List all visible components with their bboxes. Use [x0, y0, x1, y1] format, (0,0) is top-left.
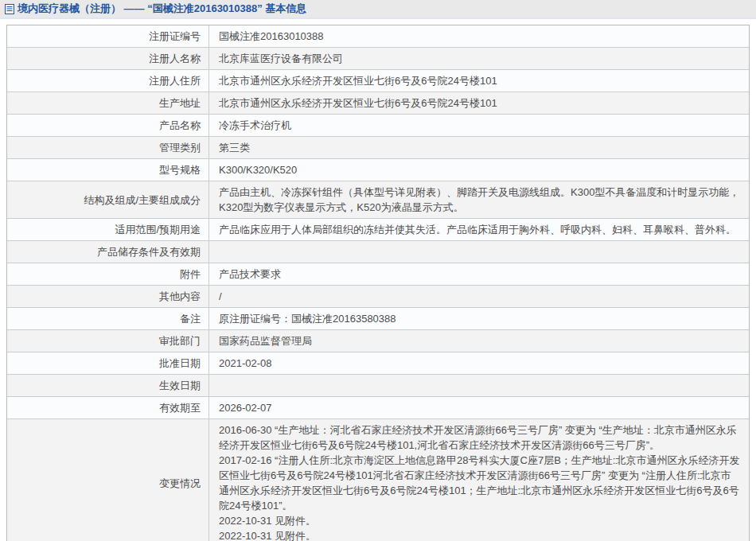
table-row: 注册人名称北京库蓝医疗设备有限公司 [7, 47, 749, 69]
table-row: 生效日期 [7, 374, 749, 396]
row-label: 产品储存条件及有效期 [7, 241, 208, 263]
row-value: 第三类 [208, 137, 749, 158]
row-label-text: 批准日期 [159, 356, 201, 371]
row-label-text: 有效期至 [159, 400, 201, 415]
row-value-text: 国家药品监督管理局 [219, 333, 312, 348]
table-row: 注册人住所北京市通州区永乐经济开发区恒业七街6号及6号院24号楼101 [7, 69, 749, 91]
row-label: 附件 [7, 263, 208, 285]
value-line: 2022-10-31 见附件。 [219, 528, 741, 541]
row-value: 国家药品监督管理局 [208, 330, 749, 352]
table-row: 变更情况2016-06-30 “生产地址：河北省石家庄经济技术开发区清源街66号… [7, 418, 749, 541]
row-label: 产品名称 [7, 115, 208, 136]
table-row: 批准日期2021-02-08 [7, 352, 749, 374]
row-label: 型号规格 [7, 159, 208, 181]
row-value: 2016-06-30 “生产地址：河北省石家庄经济技术开发区清源街66号三号厂房… [208, 419, 749, 541]
row-value: 冷冻手术治疗机 [208, 115, 749, 136]
row-value: 北京市通州区永乐经济开发区恒业七街6号及6号院24号楼101 [208, 70, 749, 91]
table-row: 生产地址北京市通州区永乐经济开发区恒业七街6号及6号院24号楼101 [7, 91, 749, 114]
page-header: 境内医疗器械（注册） —— “国械注准20163010388” 基本信息 [0, 0, 756, 19]
table-row: 适用范围/预期用途产品临床应用于人体局部组织的冻结并使其失活。产品临床适用于胸外… [7, 218, 749, 240]
table-row: 备注原注册证编号：国械注准20163580388 [7, 307, 749, 329]
row-label-text: 结构及组成/主要组成成分 [84, 193, 201, 208]
row-value [208, 375, 749, 396]
row-label: 批准日期 [7, 352, 208, 374]
row-label: 变更情况 [7, 419, 208, 541]
row-label-text: 其他内容 [159, 289, 201, 304]
document-icon [5, 4, 14, 14]
table-row: 附件产品技术要求 [7, 263, 749, 285]
row-value: 2021-02-08 [208, 352, 749, 374]
row-value-text: 2021-02-08 [219, 356, 272, 371]
value-line: 2017-02-16 “注册人住所:北京市海淀区上地信息路甲28号科实大厦C座7… [219, 453, 741, 513]
row-label: 管理类别 [7, 137, 208, 158]
row-label-text: 变更情况 [159, 476, 201, 491]
table-row: 有效期至2026-02-07 [7, 396, 749, 418]
row-label: 生效日期 [7, 375, 208, 396]
row-value: 产品临床应用于人体局部组织的冻结并使其失活。产品临床适用于胸外科、呼吸内科、妇科… [208, 219, 749, 240]
row-label: 注册证编号 [7, 25, 208, 47]
row-label-text: 备注 [180, 311, 201, 326]
info-table: 注册证编号国械注准20163010388注册人名称北京库蓝医疗设备有限公司注册人… [6, 25, 750, 541]
row-value-text: 2026-02-07 [219, 400, 272, 415]
row-label: 注册人住所 [7, 70, 208, 91]
row-value [208, 241, 749, 263]
row-value-text: 北京市通州区永乐经济开发区恒业七街6号及6号院24号楼101 [219, 73, 497, 88]
table-row: 审批部门国家药品监督管理局 [7, 329, 749, 352]
row-label-text: 审批部门 [159, 333, 201, 348]
row-label-text: 附件 [180, 267, 201, 282]
row-value: 原注册证编号：国械注准20163580388 [208, 308, 749, 329]
row-value: 产品技术要求 [208, 263, 749, 285]
row-value: 北京市通州区永乐经济开发区恒业七街6号及6号院24号楼101 [208, 92, 749, 114]
row-value-text: 产品技术要求 [219, 267, 281, 282]
row-value: / [208, 286, 749, 307]
row-label: 有效期至 [7, 397, 208, 418]
row-label-text: 型号规格 [159, 162, 201, 177]
row-value: K300/K320/K520 [208, 159, 749, 181]
row-value-text: 国械注准20163010388 [219, 29, 324, 44]
row-label-text: 注册人住所 [149, 73, 201, 88]
row-value-text: 产品临床应用于人体局部组织的冻结并使其失活。产品临床适用于胸外科、呼吸内科、妇科… [219, 222, 736, 237]
row-label-text: 产品名称 [159, 118, 201, 133]
value-line: 2022-10-31 见附件。 [219, 513, 741, 528]
row-label-text: 注册人名称 [149, 51, 201, 66]
row-label-text: 产品储存条件及有效期 [97, 244, 201, 259]
row-value: 2026-02-07 [208, 397, 749, 418]
row-label-text: 适用范围/预期用途 [115, 222, 201, 237]
table-row: 管理类别第三类 [7, 136, 749, 158]
row-label: 审批部门 [7, 330, 208, 352]
page-title: 境内医疗器械（注册） —— “国械注准20163010388” 基本信息 [5, 2, 306, 16]
row-label: 生产地址 [7, 92, 208, 114]
row-value-text: 北京库蓝医疗设备有限公司 [219, 51, 343, 66]
row-value-text: / [219, 289, 222, 304]
row-label: 结构及组成/主要组成成分 [7, 181, 208, 218]
page-title-text: 境内医疗器械（注册） —— “国械注准20163010388” 基本信息 [18, 2, 306, 16]
row-label: 备注 [7, 308, 208, 329]
row-label-text: 生效日期 [159, 378, 201, 393]
row-value-text: 产品由主机、冷冻探针组件（具体型号详见附表）、脚踏开关及电源线组成。K300型不… [219, 185, 741, 215]
table-row: 结构及组成/主要组成成分产品由主机、冷冻探针组件（具体型号详见附表）、脚踏开关及… [7, 181, 749, 218]
row-value-text: 北京市通州区永乐经济开发区恒业七街6号及6号院24号楼101 [219, 95, 497, 111]
row-value-text: 第三类 [219, 140, 250, 155]
row-value: 北京库蓝医疗设备有限公司 [208, 48, 749, 69]
table-row: 其他内容/ [7, 285, 749, 307]
row-label-text: 管理类别 [159, 140, 201, 155]
row-value-text: 冷冻手术治疗机 [219, 118, 291, 133]
row-label-text: 生产地址 [159, 95, 201, 111]
table-row: 型号规格K300/K320/K520 [7, 158, 749, 181]
row-value-text: 原注册证编号：国械注准20163580388 [219, 311, 396, 326]
table-row: 产品储存条件及有效期 [7, 240, 749, 263]
row-label: 适用范围/预期用途 [7, 219, 208, 240]
row-value: 国械注准20163010388 [208, 25, 749, 47]
row-value-text: K300/K320/K520 [219, 162, 297, 177]
table-row: 产品名称冷冻手术治疗机 [7, 114, 749, 136]
table-row: 注册证编号国械注准20163010388 [7, 25, 749, 47]
value-line: 2016-06-30 “生产地址：河北省石家庄经济技术开发区清源街66号三号厂房… [219, 422, 741, 453]
row-label-text: 注册证编号 [149, 29, 201, 44]
row-label: 其他内容 [7, 286, 208, 307]
row-value: 产品由主机、冷冻探针组件（具体型号详见附表）、脚踏开关及电源线组成。K300型不… [208, 181, 749, 218]
row-label: 注册人名称 [7, 48, 208, 69]
